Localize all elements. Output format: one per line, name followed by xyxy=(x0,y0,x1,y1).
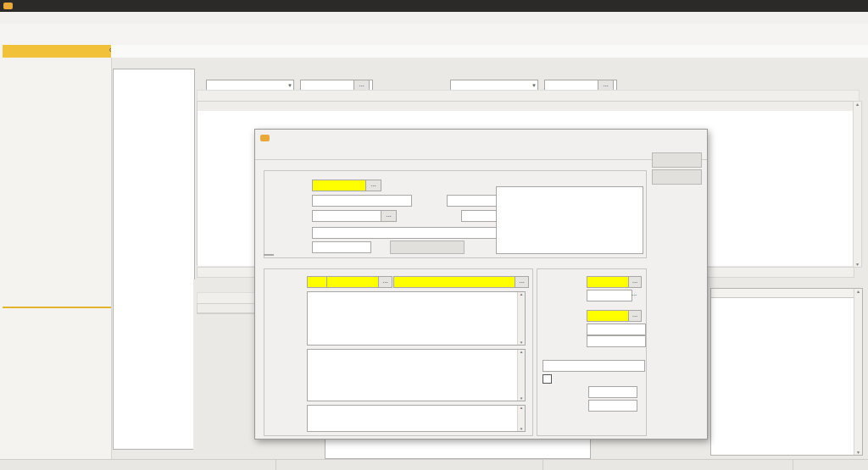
start-date-field[interactable] xyxy=(587,290,632,301)
dialog-body: ... ... xyxy=(255,159,707,440)
amount-field[interactable] xyxy=(312,241,371,253)
send-date-field[interactable] xyxy=(588,386,637,398)
state-browse-button[interactable]: ... xyxy=(628,310,642,322)
table-vertical-scrollbar[interactable]: ▲▼ xyxy=(853,101,862,268)
action-type-field[interactable] xyxy=(326,276,382,288)
action-group: ... ... ▲▼ ▲▼ ▲▼ xyxy=(264,268,533,436)
item-browse-button[interactable]: ... xyxy=(365,180,381,191)
responsible-browse-button[interactable]: ... xyxy=(628,276,642,288)
scrollbar[interactable]: ▲▼ xyxy=(517,350,525,401)
scrollbar[interactable]: ▲▼ xyxy=(517,292,525,345)
item-field[interactable] xyxy=(312,180,370,191)
part-objected-group: ... ... xyxy=(264,170,647,258)
planned-textarea[interactable]: ▲▼ xyxy=(307,291,526,346)
deadline-change-checkbox[interactable] xyxy=(542,374,552,384)
action-subtab[interactable] xyxy=(264,254,274,256)
completed-textarea[interactable]: ▲▼ xyxy=(307,405,526,432)
finding-browse-button[interactable]: ... xyxy=(381,210,397,222)
ok-button[interactable] xyxy=(652,152,702,168)
failure-description-textarea[interactable] xyxy=(496,186,643,254)
detail-list-box: ▲▼ xyxy=(710,288,863,456)
status-database xyxy=(542,460,798,470)
action-type-browse-button[interactable]: ... xyxy=(378,276,392,288)
entered-by-field[interactable] xyxy=(587,323,646,335)
dialog-title-bar[interactable] xyxy=(255,130,707,147)
description-field[interactable] xyxy=(312,227,526,239)
detail-scrollbar[interactable]: ▲▼ xyxy=(854,289,862,455)
state-field[interactable] xyxy=(587,310,632,322)
chevron-down-icon: ▼ xyxy=(287,81,292,90)
entered-date-field[interactable] xyxy=(587,335,646,347)
sidebar-divider xyxy=(3,307,111,308)
status-station xyxy=(275,460,548,470)
action-dialog: ... ... xyxy=(254,129,708,440)
scrollbar[interactable]: ▲▼ xyxy=(517,406,525,431)
content-header xyxy=(111,45,868,58)
cancel-button[interactable] xyxy=(652,169,702,185)
dialog-logo-icon xyxy=(260,135,270,141)
navigation-tree xyxy=(113,69,195,450)
closing-date-field[interactable] xyxy=(588,400,637,412)
title-bar xyxy=(0,0,868,12)
sidebar xyxy=(0,45,112,459)
app-window: ▼ ... ▼ ... ▲▼ ▲▼ xyxy=(0,0,868,470)
app-logo-icon xyxy=(3,3,13,9)
action-text-field[interactable] xyxy=(393,276,519,288)
status-bar xyxy=(0,459,868,470)
target-textarea[interactable]: ▲▼ xyxy=(307,349,526,401)
chevron-down-icon: ▼ xyxy=(531,81,537,90)
status-extra xyxy=(793,460,868,470)
action-text-browse-button[interactable]: ... xyxy=(515,276,529,288)
detail-list-header xyxy=(711,289,854,298)
part-field[interactable] xyxy=(312,195,412,207)
responsible-group: ... ... ... xyxy=(537,268,647,436)
sidebar-header xyxy=(3,45,116,58)
main-toolbar xyxy=(0,24,868,46)
email-field[interactable] xyxy=(542,360,645,372)
status-user xyxy=(0,460,281,470)
serial-number-button[interactable] xyxy=(390,241,465,254)
finding-field[interactable] xyxy=(312,210,385,222)
detail-side-panel: ▲▼ xyxy=(710,276,863,460)
start-browse-button[interactable]: ... xyxy=(628,290,640,300)
menu-bar xyxy=(0,12,868,25)
responsible-field[interactable] xyxy=(587,276,632,288)
group-by-bar[interactable] xyxy=(197,90,860,102)
